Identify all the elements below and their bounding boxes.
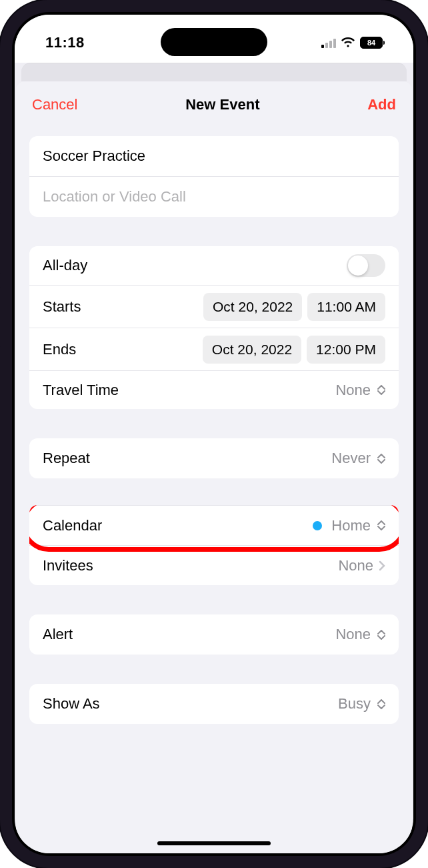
alert-card: Alert None (29, 614, 399, 655)
repeat-row[interactable]: Repeat Never (29, 438, 399, 478)
time-card: All-day Starts Oct 20, 2022 11:00 AM End… (29, 246, 399, 409)
mute-switch (0, 153, 1, 183)
event-location-input[interactable] (29, 177, 399, 217)
travel-time-value: None (335, 382, 371, 399)
ends-row: Ends Oct 20, 2022 12:00 PM (29, 328, 399, 370)
travel-time-row[interactable]: Travel Time None (29, 370, 399, 409)
volume-up-button (0, 213, 1, 274)
showas-card: Show As Busy (29, 684, 399, 724)
calendar-invitees-card: Calendar Home Invitees (29, 505, 399, 585)
calendar-row[interactable]: Calendar Home (29, 505, 399, 545)
screen: 11:18 84 (15, 15, 413, 853)
add-button[interactable]: Add (367, 96, 396, 113)
repeat-label: Repeat (43, 450, 90, 467)
starts-date-button[interactable]: Oct 20, 2022 (203, 293, 302, 321)
all-day-label: All-day (43, 257, 87, 274)
repeat-card: Repeat Never (29, 438, 399, 478)
all-day-row: All-day (29, 246, 399, 285)
alert-row[interactable]: Alert None (29, 614, 399, 655)
ends-date-button[interactable]: Oct 20, 2022 (203, 336, 301, 364)
invitees-value: None (338, 557, 373, 574)
showas-row[interactable]: Show As Busy (29, 684, 399, 724)
cancel-button[interactable]: Cancel (32, 96, 77, 113)
chevron-updown-icon (377, 520, 385, 530)
ends-time-button[interactable]: 12:00 PM (307, 336, 385, 364)
wifi-icon (341, 37, 355, 48)
volume-down-button (0, 287, 1, 347)
starts-row: Starts Oct 20, 2022 11:00 AM (29, 285, 399, 328)
travel-time-label: Travel Time (43, 382, 119, 399)
starts-label: Starts (43, 298, 81, 316)
invitees-row[interactable]: Invitees None (29, 545, 399, 585)
calendar-value: Home (331, 517, 371, 534)
title-location-card (29, 136, 399, 217)
all-day-toggle[interactable] (347, 254, 385, 277)
battery-level: 84 (367, 39, 375, 47)
chevron-updown-icon (377, 699, 385, 709)
showas-value: Busy (338, 695, 371, 713)
battery-icon: 84 (360, 37, 383, 49)
modal-header: Cancel New Event Add (16, 81, 412, 127)
calendar-color-dot (313, 521, 322, 530)
showas-label: Show As (43, 695, 100, 713)
chevron-updown-icon (377, 385, 385, 395)
modal-title: New Event (185, 96, 259, 113)
calendar-label: Calendar (43, 517, 102, 534)
event-title-input[interactable] (29, 136, 399, 176)
modal-background-card (21, 63, 407, 81)
invitees-label: Invitees (43, 557, 93, 574)
cellular-signal-icon (321, 38, 336, 48)
status-icons: 84 (321, 37, 383, 49)
repeat-value: Never (331, 450, 371, 467)
dynamic-island (161, 28, 267, 56)
alert-label: Alert (43, 626, 73, 643)
chevron-updown-icon (377, 454, 385, 464)
chevron-updown-icon (377, 630, 385, 640)
ends-label: Ends (43, 341, 76, 358)
home-indicator[interactable] (157, 841, 271, 845)
starts-time-button[interactable]: 11:00 AM (307, 293, 385, 321)
new-event-modal: Cancel New Event Add All-day (16, 81, 412, 853)
status-time: 11:18 (45, 34, 85, 51)
alert-value: None (335, 626, 371, 643)
chevron-right-icon (379, 560, 385, 571)
phone-frame: 11:18 84 (0, 0, 428, 868)
